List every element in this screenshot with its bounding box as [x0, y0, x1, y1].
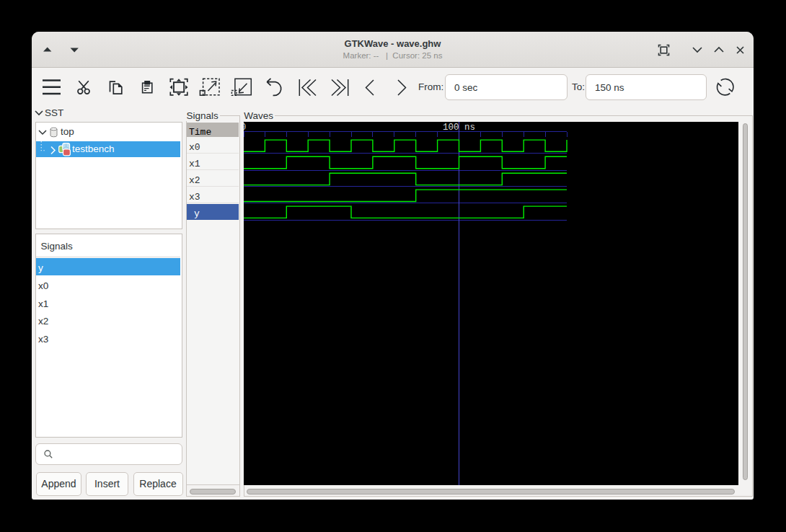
- svg-text:100 ns: 100 ns: [443, 123, 475, 133]
- svg-text:0: 0: [244, 123, 246, 133]
